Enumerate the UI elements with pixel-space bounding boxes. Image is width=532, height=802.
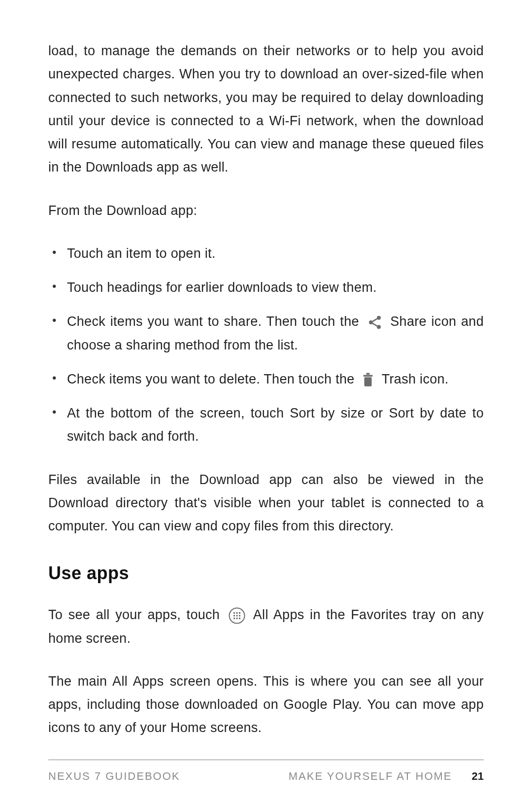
svg-point-1 — [369, 320, 373, 324]
page-footer: NEXUS 7 GUIDEBOOK MAKE YOURSELF AT HOME … — [48, 760, 484, 783]
paragraph: From the Download app: — [48, 199, 484, 222]
footer-left: NEXUS 7 GUIDEBOOK — [48, 770, 180, 783]
list-item: At the bottom of the screen, touch Sort … — [48, 402, 484, 449]
svg-rect-13 — [233, 618, 235, 619]
document-page: load, to manage the demands on their net… — [0, 0, 532, 802]
list-item: Check items you want to delete. Then tou… — [48, 368, 484, 391]
trash-icon — [361, 373, 375, 387]
svg-rect-15 — [239, 618, 240, 619]
paragraph: To see all your apps, touch All Apps in … — [48, 603, 484, 650]
share-icon — [367, 314, 383, 330]
svg-rect-10 — [233, 615, 235, 617]
svg-rect-7 — [233, 612, 235, 614]
svg-rect-3 — [364, 375, 372, 376]
footer-section-title: MAKE YOURSELF AT HOME — [289, 770, 452, 783]
paragraph-text: To see all your apps, touch — [48, 607, 226, 622]
svg-rect-8 — [236, 612, 237, 614]
list-item-text: At the bottom of the screen, touch Sort … — [67, 406, 484, 444]
section-heading: Use apps — [48, 558, 484, 589]
paragraph: load, to manage the demands on their net… — [48, 39, 484, 179]
svg-rect-4 — [366, 373, 370, 374]
body-content: load, to manage the demands on their net… — [48, 39, 484, 760]
svg-point-0 — [377, 316, 381, 320]
paragraph: Files available in the Download app can … — [48, 468, 484, 538]
svg-point-2 — [377, 325, 381, 329]
paragraph: The main All Apps screen opens. This is … — [48, 670, 484, 740]
svg-rect-12 — [239, 615, 240, 617]
list-item-text: Touch headings for earlier downloads to … — [67, 280, 377, 295]
list-item-text: Trash icon. — [382, 372, 449, 386]
list-item-text: Check items you want to delete. Then tou… — [67, 372, 358, 386]
svg-rect-14 — [236, 618, 237, 619]
page-number: 21 — [472, 770, 484, 783]
svg-rect-5 — [365, 377, 372, 386]
all-apps-icon — [229, 607, 245, 624]
footer-right: MAKE YOURSELF AT HOME 21 — [289, 770, 484, 783]
list-item: Touch headings for earlier downloads to … — [48, 276, 484, 299]
list-item: Check items you want to share. Then touc… — [48, 310, 484, 357]
bullet-list: Touch an item to open it. Touch headings… — [48, 242, 484, 449]
list-item: Touch an item to open it. — [48, 242, 484, 265]
list-item-text: Touch an item to open it. — [67, 246, 216, 261]
list-item-text: Check items you want to share. Then touc… — [67, 314, 364, 329]
svg-rect-9 — [239, 612, 240, 614]
svg-rect-11 — [236, 615, 237, 617]
